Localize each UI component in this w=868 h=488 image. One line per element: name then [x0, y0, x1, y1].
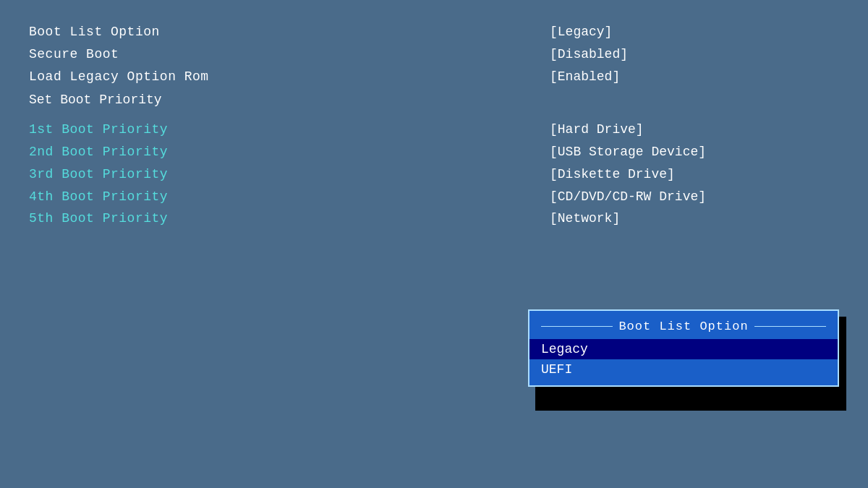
4th-boot-priority-label: 4th Boot Priority	[29, 187, 304, 207]
secure-boot-row[interactable]: Secure Boot [Disabled]	[29, 44, 839, 65]
3rd-boot-priority-label: 3rd Boot Priority	[29, 164, 304, 185]
5th-boot-priority-row[interactable]: 5th Boot Priority [Network]	[29, 208, 839, 229]
boot-list-option-value: [Legacy]	[550, 22, 839, 43]
1st-boot-priority-label: 1st Boot Priority	[29, 119, 304, 140]
4th-boot-priority-value: [CD/DVD/CD-RW Drive]	[550, 187, 839, 207]
2nd-boot-priority-label: 2nd Boot Priority	[29, 142, 304, 163]
boot-list-option-label: Boot List Option	[29, 22, 304, 43]
1st-boot-priority-value: [Hard Drive]	[550, 119, 839, 140]
load-legacy-option-rom-row[interactable]: Load Legacy Option Rom [Enabled]	[29, 67, 839, 87]
dropdown-container: Boot List Option Legacy UEFI	[528, 309, 839, 387]
set-boot-priority-header: Set Boot Priority	[29, 90, 839, 111]
dropdown-title: Boot List Option	[529, 317, 838, 339]
bios-screen: Boot List Option [Legacy] Secure Boot [D…	[0, 0, 868, 488]
4th-boot-priority-row[interactable]: 4th Boot Priority [CD/DVD/CD-RW Drive]	[29, 187, 839, 207]
2nd-boot-priority-row[interactable]: 2nd Boot Priority [USB Storage Device]	[29, 142, 839, 163]
1st-boot-priority-row[interactable]: 1st Boot Priority [Hard Drive]	[29, 119, 839, 140]
3rd-boot-priority-value: [Diskette Drive]	[550, 164, 839, 185]
dropdown-option-legacy[interactable]: Legacy	[529, 339, 838, 359]
load-legacy-option-rom-label: Load Legacy Option Rom	[29, 67, 304, 87]
dropdown-option-uefi[interactable]: UEFI	[529, 359, 838, 380]
dropdown-box[interactable]: Boot List Option Legacy UEFI	[528, 309, 839, 387]
secure-boot-label: Secure Boot	[29, 44, 304, 65]
5th-boot-priority-label: 5th Boot Priority	[29, 208, 304, 229]
load-legacy-option-rom-value: [Enabled]	[550, 67, 839, 87]
secure-boot-value: [Disabled]	[550, 44, 839, 65]
3rd-boot-priority-row[interactable]: 3rd Boot Priority [Diskette Drive]	[29, 164, 839, 185]
5th-boot-priority-value: [Network]	[550, 208, 839, 229]
2nd-boot-priority-value: [USB Storage Device]	[550, 142, 839, 163]
boot-list-option-row[interactable]: Boot List Option [Legacy]	[29, 22, 839, 43]
